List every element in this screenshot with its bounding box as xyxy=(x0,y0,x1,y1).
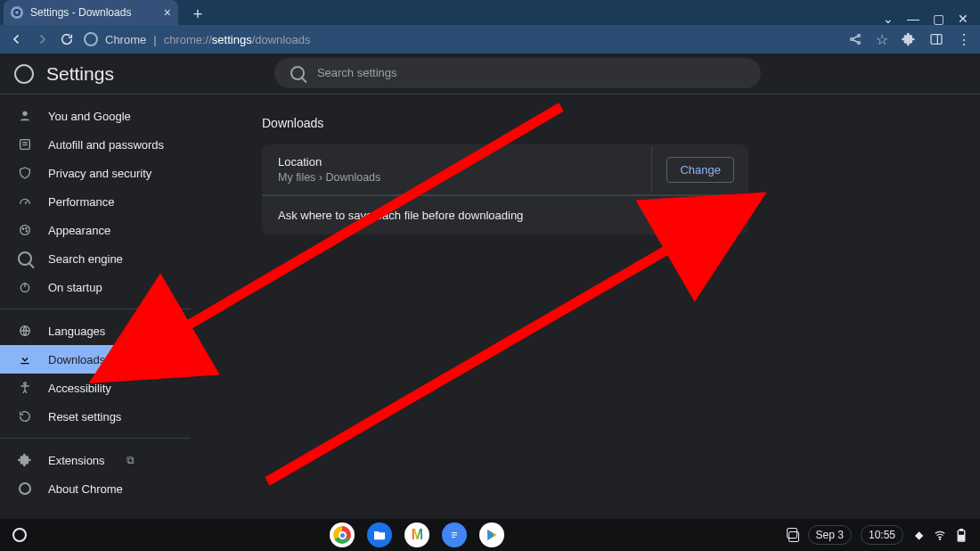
sidebar-label: Extensions xyxy=(48,454,105,467)
app-files[interactable] xyxy=(367,522,392,547)
close-window-icon[interactable]: ✕ xyxy=(957,12,969,25)
sidebar-label: Downloads xyxy=(48,353,105,366)
tray-time[interactable]: 10:55 xyxy=(861,525,903,545)
download-icon xyxy=(18,352,32,366)
power-icon xyxy=(18,280,32,294)
sidebar-item-languages[interactable]: Languages xyxy=(0,317,191,345)
wifi-icon[interactable] xyxy=(934,529,946,541)
svg-point-2 xyxy=(858,42,861,45)
sidebar-item-you-google[interactable]: You and Google xyxy=(0,102,191,130)
svg-point-8 xyxy=(26,227,27,228)
page-title: Settings xyxy=(46,63,114,85)
settings-tab-icon xyxy=(11,6,23,19)
settings-main: Downloads Location My files › Downloads … xyxy=(191,95,980,519)
extensions-icon[interactable] xyxy=(902,32,916,46)
change-location-button[interactable]: Change xyxy=(666,157,734,183)
settings-sidebar: You and Google Autofill and passwords Pr… xyxy=(0,95,191,519)
kebab-menu-icon[interactable]: ⋮ xyxy=(957,31,971,48)
reload-button[interactable] xyxy=(59,31,75,47)
svg-point-4 xyxy=(22,111,27,116)
shield-icon xyxy=(18,166,32,180)
svg-rect-17 xyxy=(452,537,455,538)
sidebar-item-privacy[interactable]: Privacy and security xyxy=(0,159,191,187)
svg-rect-16 xyxy=(452,535,457,536)
browser-toolbar: Chrome | chrome://settings/downloads ☆ ⋮ xyxy=(0,25,980,53)
sidebar-item-autofill[interactable]: Autofill and passwords xyxy=(0,130,191,159)
svg-rect-15 xyxy=(452,532,457,533)
ask-before-download-label: Ask where to save each file before downl… xyxy=(278,209,523,222)
url-scheme: chrome:// xyxy=(164,33,212,46)
minimize-icon[interactable]: — xyxy=(907,12,919,25)
browser-tab[interactable]: Settings - Downloads × xyxy=(4,0,178,25)
extensions-icon xyxy=(18,453,32,467)
location-label: Location xyxy=(278,155,635,169)
share-icon[interactable] xyxy=(848,32,862,46)
sidebar-label: Accessibility xyxy=(48,382,111,395)
notification-icon[interactable]: ◆ xyxy=(912,529,925,541)
sidebar-item-accessibility[interactable]: Accessibility xyxy=(0,374,191,402)
launcher-button[interactable] xyxy=(12,528,27,542)
settings-header: Settings Search settings xyxy=(0,53,980,95)
chrome-logo-icon xyxy=(84,32,98,46)
reset-icon xyxy=(18,409,32,424)
chevron-down-icon[interactable]: ⌄ xyxy=(882,12,894,25)
chromeos-shelf: M Sep 3 10:55 ◆ xyxy=(0,519,980,551)
close-tab-icon[interactable]: × xyxy=(164,6,171,19)
chrome-logo-icon xyxy=(14,64,34,84)
app-chrome[interactable] xyxy=(330,522,355,547)
app-docs[interactable] xyxy=(442,522,467,547)
section-title: Downloads xyxy=(262,116,944,130)
sidebar-label: Autofill and passwords xyxy=(48,138,164,152)
sidebar-item-startup[interactable]: On startup xyxy=(0,273,191,301)
chrome-icon xyxy=(18,481,32,496)
app-gmail[interactable]: M xyxy=(404,522,429,547)
search-icon xyxy=(290,66,305,80)
globe-icon xyxy=(18,324,32,338)
svg-point-0 xyxy=(851,38,853,41)
palette-icon xyxy=(18,223,32,237)
sidebar-label: Reset settings xyxy=(48,410,121,424)
tab-title: Settings - Downloads xyxy=(30,6,131,19)
svg-point-1 xyxy=(858,35,861,37)
settings-search-input[interactable]: Search settings xyxy=(274,58,761,88)
svg-point-12 xyxy=(24,382,27,385)
svg-point-6 xyxy=(20,226,30,235)
svg-point-9 xyxy=(26,231,27,232)
back-button[interactable] xyxy=(9,31,25,47)
person-icon xyxy=(18,109,32,123)
sidebar-item-downloads[interactable]: Downloads xyxy=(0,345,176,374)
sidebar-item-about[interactable]: About Chrome xyxy=(0,474,191,503)
side-panel-icon[interactable] xyxy=(929,32,943,46)
sidebar-label: Privacy and security xyxy=(48,167,151,180)
settings-content: Settings Search settings You and Google … xyxy=(0,53,980,519)
ask-before-download-toggle[interactable] xyxy=(706,210,732,222)
system-tray[interactable]: Sep 3 10:55 ◆ xyxy=(787,525,968,545)
sidebar-item-extensions[interactable]: Extensions ⧉ xyxy=(0,446,191,474)
svg-rect-21 xyxy=(960,535,964,539)
sidebar-label: Search engine xyxy=(48,252,123,266)
tray-date[interactable]: Sep 3 xyxy=(808,525,852,545)
sidebar-item-performance[interactable]: Performance xyxy=(0,187,191,216)
sidebar-item-search[interactable]: Search engine xyxy=(0,244,191,273)
sidebar-label: About Chrome xyxy=(48,482,123,496)
sidebar-label: Appearance xyxy=(48,224,110,237)
app-play[interactable] xyxy=(479,522,504,547)
sidebar-separator xyxy=(0,438,191,439)
address-bar[interactable]: Chrome | chrome://settings/downloads xyxy=(84,32,839,46)
bookmark-icon[interactable]: ☆ xyxy=(876,31,888,48)
svg-point-18 xyxy=(939,539,940,539)
sidebar-item-reset[interactable]: Reset settings xyxy=(0,402,191,431)
battery-icon[interactable] xyxy=(955,529,968,541)
overview-icon[interactable] xyxy=(787,529,799,541)
maximize-icon[interactable]: ▢ xyxy=(932,12,944,25)
speedometer-icon xyxy=(18,194,32,209)
new-tab-button[interactable]: + xyxy=(187,4,208,25)
external-link-icon: ⧉ xyxy=(127,454,135,466)
downloads-card: Location My files › Downloads Change Ask… xyxy=(262,144,748,234)
sidebar-item-appearance[interactable]: Appearance xyxy=(0,216,191,244)
sidebar-label: Languages xyxy=(48,325,105,338)
toolbar-actions: ☆ ⋮ xyxy=(848,31,971,48)
svg-rect-3 xyxy=(931,35,942,45)
forward-button[interactable] xyxy=(34,31,50,47)
sidebar-label: You and Google xyxy=(48,110,131,123)
